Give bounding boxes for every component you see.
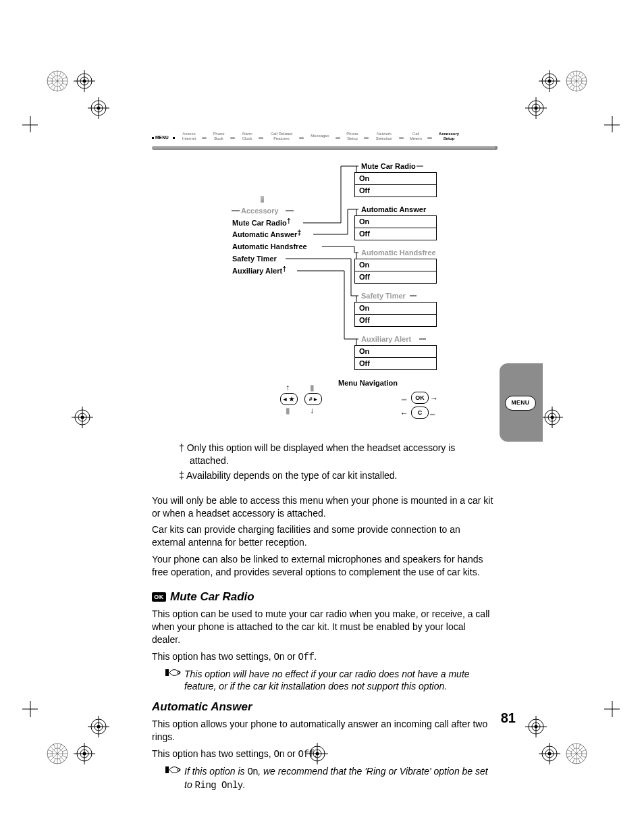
mute-note: This option will have no effect if your … bbox=[152, 668, 496, 694]
mute-para-2: This option has two settings, On or Off. bbox=[152, 650, 496, 664]
hash-key-icon: # ▸ bbox=[304, 393, 322, 405]
auto-para-2: This option has two settings, On or Off. bbox=[152, 748, 496, 761]
footnote-double-dagger: ‡ Availability depends on the type of ca… bbox=[179, 469, 496, 482]
submenu-title-auto-handsfree: Automatic Handsfree bbox=[361, 248, 436, 258]
star-key-icon: ◂ ★ bbox=[280, 393, 298, 405]
ok-key-icon: OK bbox=[411, 392, 429, 404]
tree-item-mute: Mute Car Radio† bbox=[232, 218, 291, 228]
tree-root: Accessory bbox=[241, 206, 279, 216]
svg-rect-45 bbox=[165, 766, 169, 773]
tree-item-aux-alert: Auxiliary Alert† bbox=[232, 266, 286, 276]
side-tab: MENU bbox=[500, 363, 543, 442]
svg-rect-43 bbox=[165, 669, 169, 676]
submenu-title-aux-alert: Auxiliary Alert bbox=[361, 334, 411, 344]
submenu-title-auto-answer: Automatic Answer bbox=[361, 205, 426, 215]
tree-item-auto-answer: Automatic Answer‡ bbox=[232, 230, 301, 240]
ok-badge-icon: OK bbox=[152, 592, 166, 602]
mute-para-1: This option can be used to mute your car… bbox=[152, 608, 496, 646]
intro-para-1: You will only be able to access this men… bbox=[152, 494, 496, 520]
intro-para-2: Car kits can provide charging facilities… bbox=[152, 523, 496, 549]
tree-item-safety-timer: Safety Timer bbox=[232, 254, 277, 264]
auto-note: If this option is On, we recommend that … bbox=[152, 765, 496, 792]
submenu-title-safety-timer: Safety Timer bbox=[361, 291, 406, 301]
page-number: 81 bbox=[501, 709, 516, 727]
footnote-dagger: † Only this option will be displayed whe… bbox=[179, 442, 496, 467]
footnotes: † Only this option will be displayed whe… bbox=[152, 442, 496, 482]
tree-item-auto-handsfree: Automatic Handsfree bbox=[232, 242, 307, 252]
side-tab-label: MENU bbox=[505, 396, 536, 411]
submenu-title-mute: Mute Car Radio bbox=[361, 161, 416, 172]
note-icon bbox=[165, 668, 184, 681]
c-key-icon: C bbox=[411, 407, 429, 419]
menu-tree-diagram: Accessory Mute Car Radio† Automatic Answ… bbox=[152, 128, 496, 405]
section-heading-mute: OK Mute Car Radio bbox=[152, 590, 496, 605]
intro-para-3: Your phone can also be linked to externa… bbox=[152, 553, 496, 579]
auto-para-1: This option allows your phone to automat… bbox=[152, 718, 496, 744]
section-heading-auto-answer: Automatic Answer bbox=[152, 700, 496, 715]
note-icon bbox=[165, 765, 184, 778]
